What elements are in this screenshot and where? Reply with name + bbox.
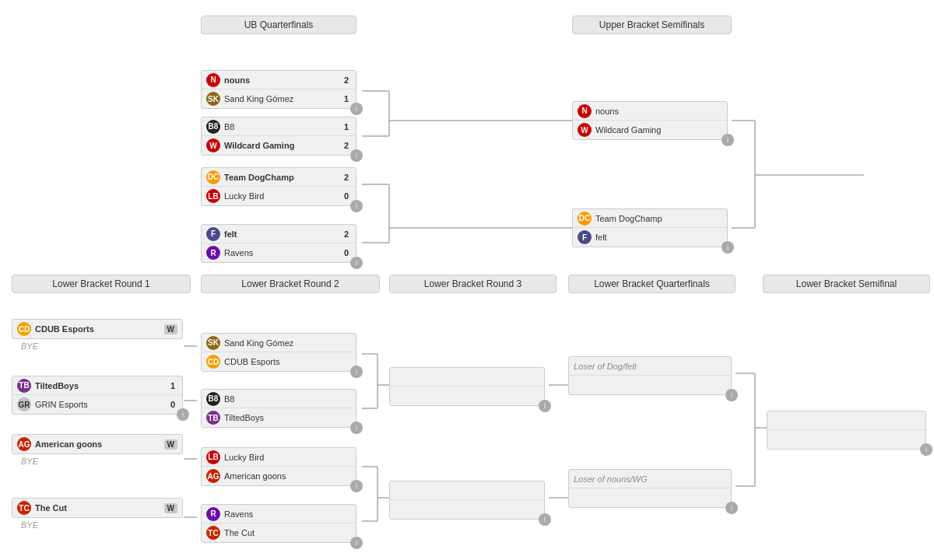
team-name: nouns xyxy=(224,75,339,85)
lbr1-match-4: TC The Cut W BYE xyxy=(12,498,183,532)
team-name: Lucky Bird xyxy=(224,453,351,462)
team-score: 1 xyxy=(168,381,177,390)
team-name: CDUB Esports xyxy=(35,324,161,334)
team-name: Lucky Bird xyxy=(224,191,339,201)
team-score: 2 xyxy=(342,229,351,239)
lbr2-match-3: LB Lucky Bird AG American goons i xyxy=(201,447,356,486)
lbr3-match-2: i xyxy=(389,481,545,520)
ubq-match-3: DC Team DogChamp 2 LB Lucky Bird 0 i xyxy=(201,167,356,206)
win-badge: W xyxy=(164,439,177,450)
ubs-match-1: N nouns W Wildcard Gaming i xyxy=(572,101,728,140)
match-team: R Ravens xyxy=(202,505,356,523)
lbqf-match-2: Loser of nouns/WG i xyxy=(568,469,732,508)
wildcard-logo: W xyxy=(578,123,592,137)
team-name: American goons xyxy=(35,439,161,449)
match-team: SK Sand King Gómez xyxy=(202,334,356,352)
info-button[interactable]: i xyxy=(722,241,734,254)
info-button[interactable]: i xyxy=(722,134,734,146)
felt-logo: F xyxy=(206,227,220,241)
match-team: B8 B8 xyxy=(202,390,356,408)
wildcard-logo: W xyxy=(206,138,220,152)
team-score: 1 xyxy=(342,122,351,131)
info-button[interactable]: i xyxy=(350,103,363,115)
team-score: 2 xyxy=(342,173,351,182)
match-team: DC Team DogChamp 2 xyxy=(202,168,356,187)
sandking-logo: SK xyxy=(206,92,220,106)
ravens-logo: R xyxy=(206,507,220,521)
match-team: DC Team DogChamp xyxy=(573,209,727,228)
sandking-logo: SK xyxy=(206,336,220,350)
nouns-logo: N xyxy=(206,73,220,87)
info-button[interactable]: i xyxy=(350,480,363,492)
team-name: B8 xyxy=(224,394,351,404)
thecut-logo: TC xyxy=(17,501,31,515)
info-button[interactable]: i xyxy=(350,422,363,434)
team-name: The Cut xyxy=(224,528,351,537)
match-team: LB Lucky Bird 0 xyxy=(202,187,356,205)
lbr1-match-2: TB TiltedBoys 1 GR GRIN Esports 0 i xyxy=(12,376,183,415)
lbr1-match-3: AG American goons W BYE xyxy=(12,434,183,468)
bracket-layout: UB Quarterfinals Upper Bracket Semifinal… xyxy=(8,8,926,560)
grin-logo: GR xyxy=(17,397,31,411)
info-button[interactable]: i xyxy=(725,389,738,401)
lbsf-match: i xyxy=(767,411,926,450)
team-name: Team DogChamp xyxy=(224,173,339,182)
match-team: CD CDUB Esports W xyxy=(12,320,182,338)
team-name: nouns xyxy=(595,107,710,116)
info-button[interactable]: i xyxy=(350,149,363,162)
ub-quarterfinals-header: UB Quarterfinals xyxy=(201,16,356,34)
match-team: SK Sand King Gómez 1 xyxy=(202,89,356,108)
team-name: Sand King Gómez xyxy=(224,94,339,103)
match-team: AG American goons xyxy=(202,467,356,485)
ubq-match-2: B8 B8 1 W Wildcard Gaming 2 i xyxy=(201,117,356,156)
lbqf-match-1: Loser of Dog/felt i xyxy=(568,356,732,395)
lb-quarterfinals-header: Lower Bracket Quarterfinals xyxy=(568,275,736,293)
match-team xyxy=(569,376,731,394)
team-name: Ravens xyxy=(224,509,351,519)
lbr2-match-1: SK Sand King Gómez CD CDUB Esports i xyxy=(201,333,356,372)
info-button[interactable]: i xyxy=(920,443,932,456)
info-button[interactable]: i xyxy=(539,400,551,412)
ravens-logo: R xyxy=(206,246,220,260)
lbr3-match-1: i xyxy=(389,367,545,406)
match-team: LB Lucky Bird xyxy=(202,448,356,467)
match-team xyxy=(390,387,544,405)
americangoons-logo: AG xyxy=(206,469,220,483)
lb-round1-header: Lower Bracket Round 1 xyxy=(12,275,191,293)
team-name: GRIN Esports xyxy=(35,400,165,409)
team-name: TiltedBoys xyxy=(224,413,351,422)
team-name: felt xyxy=(224,229,339,239)
match-team: B8 B8 1 xyxy=(202,117,356,136)
lb-round3-header: Lower Bracket Round 3 xyxy=(389,275,557,293)
team-name: Team DogChamp xyxy=(595,214,710,223)
info-button[interactable]: i xyxy=(350,257,363,269)
match-team: W Wildcard Gaming xyxy=(573,121,727,139)
info-button[interactable]: i xyxy=(177,408,189,421)
team-name: Loser of nouns/WG xyxy=(574,474,726,484)
match-team: CD CDUB Esports xyxy=(202,352,356,371)
luckybird-logo: LB xyxy=(206,450,220,464)
match-team: GR GRIN Esports 0 xyxy=(12,395,182,414)
match-team: N nouns xyxy=(573,102,727,121)
tiltedboys-logo: TB xyxy=(17,379,31,393)
match-team xyxy=(390,368,544,387)
thecut-logo: TC xyxy=(206,526,220,540)
match-team: TB TiltedBoys xyxy=(202,408,356,427)
bracket-container: UB Quarterfinals Upper Bracket Semifinal… xyxy=(0,0,934,560)
info-button[interactable]: i xyxy=(350,366,363,378)
match-team: F felt xyxy=(573,228,727,247)
lbr2-match-4: R Ravens TC The Cut i xyxy=(201,504,356,543)
match-team: W Wildcard Gaming 2 xyxy=(202,136,356,155)
team-name: The Cut xyxy=(35,503,161,513)
info-button[interactable]: i xyxy=(539,513,551,526)
win-badge: W xyxy=(164,324,177,334)
info-button[interactable]: i xyxy=(725,502,738,514)
dogchamp-logo: DC xyxy=(578,212,592,226)
team-score: 2 xyxy=(342,141,351,150)
team-name: Wildcard Gaming xyxy=(595,125,710,135)
info-button[interactable]: i xyxy=(350,537,363,549)
tiltedboys-logo: TB xyxy=(206,411,220,425)
team-name: Sand King Gómez xyxy=(224,338,351,348)
bye-label: BYE xyxy=(16,518,43,532)
info-button[interactable]: i xyxy=(350,200,363,212)
